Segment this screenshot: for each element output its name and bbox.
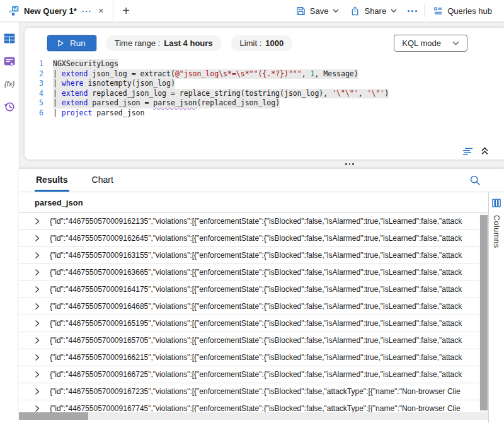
sidebar-functions-icon[interactable]: {fx} <box>4 80 15 88</box>
table-row[interactable]: {"id":"4467550570009165195","violations"… <box>19 315 479 332</box>
code-line: 3| where isnotempty(json_log) <box>25 79 504 89</box>
expand-chevron-icon[interactable] <box>35 354 40 361</box>
columns-icon[interactable] <box>492 199 501 207</box>
expand-chevron-icon[interactable] <box>35 269 40 276</box>
query-tab[interactable]: New Query 1* ··· ✕ <box>0 0 113 21</box>
code-text: | extend replaced_json_log = replace_str… <box>53 89 389 99</box>
time-range-pill[interactable]: Time range : Last 4 hours <box>106 35 222 51</box>
vertical-scrollbar-thumb[interactable] <box>480 215 488 410</box>
code-text: | where isnotempty(json_log) <box>53 79 175 89</box>
run-button[interactable]: Run <box>47 35 96 51</box>
expand-chevron-icon[interactable] <box>35 371 40 378</box>
expand-chevron-icon[interactable] <box>35 320 40 327</box>
kql-mode-select[interactable]: KQL mode <box>394 35 467 52</box>
time-range-label: Time range : <box>115 38 161 48</box>
limit-value: 1000 <box>265 38 284 48</box>
code-token: '\"' <box>367 89 385 98</box>
table-row[interactable]: {"id":"4467550570009165705","violations"… <box>19 332 479 349</box>
kql-mode-value: KQL mode <box>402 38 441 48</box>
expand-chevron-icon[interactable] <box>35 235 40 242</box>
code-text: NGXSecurityLogs <box>53 59 118 69</box>
code-line: 5| extend parsed_json = parse_json(repla… <box>25 98 504 108</box>
code-text: | extend json_log = extract(@"json_log\s… <box>53 69 358 79</box>
query-editor[interactable]: 1NGXSecurityLogs2| extend json_log = ext… <box>25 59 504 118</box>
query-toolbar: Run Time range : Last 4 hours Limit : 10… <box>25 28 504 52</box>
results-pane: Results Chart parsed_json {"id":"4467550… <box>19 169 504 423</box>
chevron-down-icon <box>452 41 459 45</box>
collapse-pane-icon[interactable] <box>481 147 489 155</box>
expand-chevron-icon[interactable] <box>35 388 40 395</box>
vertical-scrollbar[interactable] <box>479 213 488 412</box>
tab-results[interactable]: Results <box>35 169 69 192</box>
horizontal-scrollbar[interactable] <box>19 412 488 420</box>
search-icon[interactable] <box>469 175 481 186</box>
table-row[interactable]: {"id":"4467550570009162135","violations"… <box>19 213 479 230</box>
tab-actions: Save Share Quer <box>290 0 504 21</box>
code-token: extend <box>62 89 88 98</box>
more-options-button[interactable] <box>403 8 422 14</box>
table-row[interactable]: {"id":"4467550570009164175","violations"… <box>19 281 479 298</box>
row-json-text: {"id":"4467550570009166215","violations"… <box>50 353 479 362</box>
table-row[interactable]: {"id":"4467550570009164685","violations"… <box>19 298 479 315</box>
tab-more-icon[interactable]: ··· <box>82 6 92 16</box>
row-json-text: {"id":"4467550570009162135","violations"… <box>50 217 479 226</box>
code-token: extend <box>62 98 88 107</box>
tab-close-icon[interactable]: ✕ <box>97 6 105 16</box>
limit-pill[interactable]: Limit : 1000 <box>231 35 293 51</box>
results-grid: parsed_json {"id":"4467550570009162135",… <box>19 192 488 423</box>
splitter-handle-icon[interactable] <box>345 163 354 165</box>
line-number: 4 <box>25 89 43 99</box>
expand-chevron-icon[interactable] <box>35 217 40 225</box>
code-token: | <box>53 69 62 78</box>
row-json-text: {"id":"4467550570009165705","violations"… <box>50 336 479 345</box>
expand-chevron-icon[interactable] <box>35 252 40 259</box>
code-line: 1NGXSecurityLogs <box>25 59 504 69</box>
queries-hub-icon <box>433 6 443 16</box>
line-number: 3 <box>25 79 43 89</box>
table-row[interactable]: {"id":"4467550570009163155","violations"… <box>19 247 479 264</box>
results-tabs: Results Chart <box>19 169 504 192</box>
line-number: 6 <box>25 108 43 119</box>
expand-chevron-icon[interactable] <box>35 405 40 412</box>
code-token: | <box>53 89 62 98</box>
sidebar-tables-icon[interactable] <box>4 33 15 43</box>
share-button[interactable]: Share <box>345 4 403 18</box>
play-icon <box>58 40 64 47</box>
table-row[interactable]: {"id":"4467550570009167745","violations"… <box>19 400 479 412</box>
line-number: 5 <box>25 98 43 108</box>
save-button[interactable]: Save <box>290 4 345 18</box>
code-token: parse_json <box>153 98 197 107</box>
table-row[interactable]: {"id":"4467550570009166725","violations"… <box>19 366 479 383</box>
sidebar-query-history-icon[interactable] <box>4 101 15 112</box>
queries-hub-button[interactable]: Queries hub <box>428 4 498 18</box>
table-row[interactable]: {"id":"4467550570009162645","violations"… <box>19 230 479 247</box>
row-json-text: {"id":"4467550570009167745","violations"… <box>50 404 479 412</box>
row-json-text: {"id":"4467550570009164175","violations"… <box>50 285 479 294</box>
share-chevron-icon <box>391 9 397 13</box>
row-json-text: {"id":"4467550570009165195","violations"… <box>50 319 479 328</box>
code-token: isnotempty(json_log) <box>83 79 175 88</box>
results-body: parsed_json {"id":"4467550570009162135",… <box>19 192 504 423</box>
expand-chevron-icon[interactable] <box>35 303 40 310</box>
horizontal-scrollbar-thumb[interactable] <box>19 412 88 420</box>
tab-bar: New Query 1* ··· ✕ + Save Share <box>0 0 504 22</box>
tab-title: New Query 1* <box>24 6 77 16</box>
run-label: Run <box>70 38 86 48</box>
tab-chart[interactable]: Chart <box>91 169 115 192</box>
table-row[interactable]: {"id":"4467550570009167235","violations"… <box>19 383 479 400</box>
format-lines-icon[interactable] <box>462 148 473 155</box>
left-sidebar: {fx} <box>0 22 20 423</box>
code-token: json_log = extract( <box>88 69 175 78</box>
table-row[interactable]: {"id":"4467550570009166215","violations"… <box>19 349 479 366</box>
code-token: replaced_json_log = replace_string(tostr… <box>88 89 332 98</box>
row-json-text: {"id":"4467550570009163665","violations"… <box>50 268 479 277</box>
column-header[interactable]: parsed_json <box>19 192 488 213</box>
sidebar-queries-icon[interactable] <box>4 57 15 67</box>
new-tab-button[interactable]: + <box>113 0 139 21</box>
columns-panel-label[interactable]: Columns <box>492 215 501 248</box>
code-token: , <box>358 89 367 98</box>
expand-chevron-icon[interactable] <box>35 337 40 344</box>
table-row[interactable]: {"id":"4467550570009163665","violations"… <box>19 264 479 281</box>
expand-chevron-icon[interactable] <box>35 286 40 293</box>
editor-actions <box>462 147 489 155</box>
